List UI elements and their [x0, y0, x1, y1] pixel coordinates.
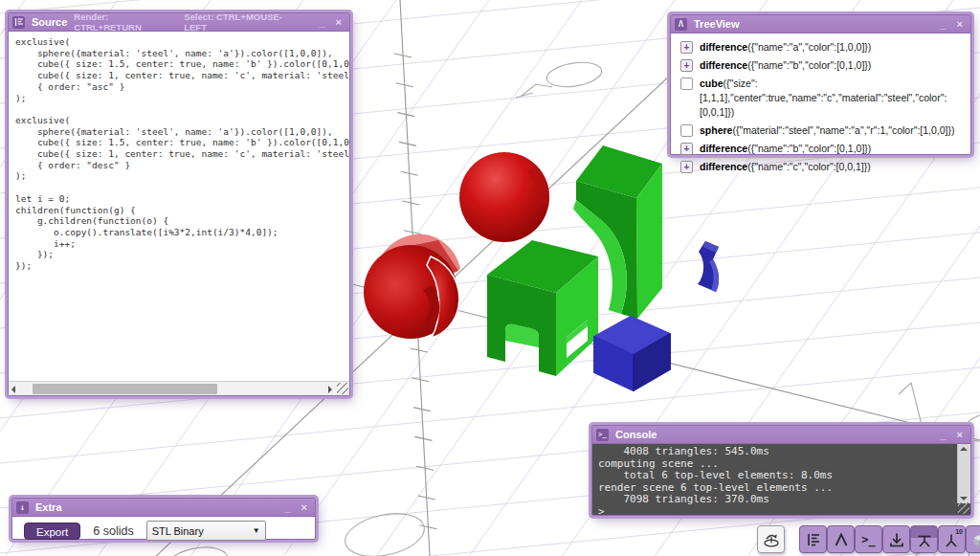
console-title: Console	[615, 429, 657, 440]
close-button[interactable]: ×	[955, 19, 965, 30]
tree-item[interactable]: + difference({"name":"b","color":[0,1,0]…	[680, 58, 962, 73]
console-titlebar[interactable]: >_ Console _ ×	[592, 426, 970, 444]
treeview-titlebar[interactable]: Λ TreeView _ ×	[671, 15, 970, 33]
code-editor[interactable]: exclusive( sphere({material: 'steel', na…	[9, 32, 349, 382]
minimize-button[interactable]: _	[282, 502, 292, 513]
select-hint: Select: CTRL+MOUSE-LEFT	[184, 11, 303, 33]
console-prompt-icon: >_	[861, 534, 875, 545]
scroll-right-icon[interactable]	[323, 383, 336, 395]
checkbox[interactable]	[680, 78, 693, 90]
source-title: Source	[32, 16, 67, 28]
solid-cube-blue[interactable]	[594, 317, 670, 390]
cube-icon	[970, 531, 980, 548]
vertical-scrollbar[interactable]	[957, 444, 970, 503]
solid-sphere-red[interactable]	[459, 152, 549, 242]
toggle-source-button[interactable]	[799, 525, 827, 553]
grid-scale-badge: 10	[955, 528, 963, 535]
render-hint: Render: CTRL+RETURN	[74, 11, 177, 33]
extra-title: Extra	[35, 501, 62, 513]
scroll-up-icon[interactable]	[960, 447, 968, 451]
scroll-left-icon[interactable]	[9, 383, 21, 395]
toggle-ground-plane-button[interactable]	[910, 525, 938, 553]
resize-grip[interactable]	[958, 502, 969, 514]
source-lines-icon	[805, 531, 822, 548]
toolbar: >_ 10	[0, 525, 980, 556]
treeview-title: TreeView	[694, 18, 740, 30]
solid-cube-arch-green[interactable]	[487, 240, 598, 376]
tree-item[interactable]: cube({"size": [1,1,1],"center":true,"nam…	[680, 77, 962, 120]
treeview-panel: Λ TreeView _ × + difference({"name":"a",…	[670, 14, 971, 155]
close-button[interactable]: ×	[300, 502, 309, 513]
turntable-button[interactable]	[757, 525, 785, 553]
close-button[interactable]: ×	[955, 430, 965, 440]
source-lines-icon	[12, 16, 25, 29]
toggle-grid-10-button[interactable]: 10	[938, 525, 966, 553]
minimize-button[interactable]: _	[938, 430, 947, 440]
download-icon: ↓	[16, 501, 29, 514]
tree-list: + difference({"name":"a","color":[1,0,0]…	[671, 33, 970, 174]
axes-ground-icon	[916, 531, 933, 548]
resize-grip[interactable]	[337, 383, 348, 394]
treeview-caret-icon: Λ	[675, 18, 687, 31]
expand-icon[interactable]: +	[680, 41, 693, 54]
minimize-button[interactable]: _	[938, 19, 947, 30]
scroll-down-icon[interactable]	[960, 497, 968, 500]
console-panel: >_ Console _ × 4008 triangles: 545.0msco…	[591, 425, 971, 516]
toggle-extra-button[interactable]	[882, 525, 910, 553]
console-prompt-icon: >_	[596, 429, 609, 441]
horizontal-scrollbar[interactable]	[9, 381, 349, 395]
tree-item[interactable]: + difference({"name":"b","color":[0,1,0]…	[680, 142, 962, 156]
tree-item[interactable]: sphere({"material":"steel","name":"a","r…	[680, 123, 962, 138]
expand-icon[interactable]: +	[680, 161, 693, 173]
toggle-solids-button[interactable]	[966, 525, 980, 553]
download-arrow-icon	[888, 531, 905, 548]
scrollbar-thumb[interactable]	[33, 384, 217, 394]
solid-sphere-cut-red[interactable]	[364, 234, 460, 339]
tree-item[interactable]: + difference({"name":"c","color":[0,0,1]…	[680, 160, 962, 174]
toggle-treeview-button[interactable]	[827, 525, 855, 553]
close-button[interactable]: ×	[334, 17, 344, 28]
turntable-icon	[762, 530, 781, 549]
console-log[interactable]: 4008 triangles: 545.0mscomputing scene .…	[592, 444, 970, 515]
solid-sliver-blue[interactable]	[698, 241, 719, 292]
tree-item[interactable]: + difference({"name":"a","color":[1,0,0]…	[680, 40, 962, 55]
minimize-button[interactable]: _	[317, 17, 326, 28]
expand-icon[interactable]: +	[680, 143, 693, 155]
checkbox[interactable]	[680, 124, 693, 137]
source-titlebar[interactable]: Source Render: CTRL+RETURN Select: CTRL+…	[9, 13, 349, 32]
extra-titlebar[interactable]: ↓ Extra _ ×	[12, 499, 315, 517]
source-panel: Source Render: CTRL+RETURN Select: CTRL+…	[8, 12, 350, 396]
caret-icon	[833, 531, 850, 548]
expand-icon[interactable]: +	[680, 59, 693, 72]
toggle-console-button[interactable]: >_	[855, 525, 882, 553]
